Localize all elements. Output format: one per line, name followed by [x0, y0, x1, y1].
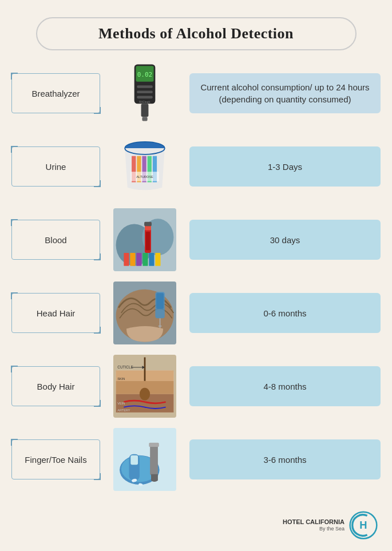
svg-rect-25: [124, 253, 129, 266]
svg-text:ALTUROSE: ALTUROSE: [136, 175, 153, 179]
bodyhair-detail-box: 4-8 months: [189, 366, 381, 406]
headhair-detail-box: 0-6 months: [189, 293, 381, 333]
svg-rect-26: [130, 253, 135, 266]
urine-detail-box: 1-3 Days: [189, 146, 381, 187]
breathalyzer-image-box: 0.02 BACtrack: [110, 62, 179, 125]
blood-image-box: [110, 208, 179, 271]
breathalyzer-label: Breathalyzer: [31, 89, 80, 98]
blood-detail-box: 30 days: [189, 220, 381, 260]
svg-rect-5: [137, 96, 153, 99]
svg-text:H: H: [359, 519, 367, 531]
method-row-urine: Urine ALTUROSE 1-3 Days: [11, 135, 381, 198]
svg-rect-54: [130, 455, 138, 465]
blood-icon: [110, 208, 179, 271]
svg-rect-55: [150, 444, 158, 475]
method-row-headhair: Head Hair 0-6 months: [11, 282, 381, 344]
bodyhair-label: Body Hair: [37, 382, 75, 391]
headhair-icon: [110, 282, 179, 344]
svg-text:SKIN: SKIN: [117, 377, 125, 380]
svg-text:ARTERY: ARTERY: [117, 409, 130, 412]
svg-rect-56: [149, 443, 159, 447]
svg-text:CUTICLE: CUTICLE: [117, 365, 133, 369]
nails-image-box: [110, 428, 179, 491]
logo-icon: H: [349, 511, 378, 540]
method-row-nails: Finger/Toe Nails 3-6 mont: [11, 428, 381, 491]
urine-detail-text: 1-3 Days: [268, 161, 302, 173]
blood-detail-text: 30 days: [270, 234, 300, 246]
method-row-bodyhair: Body Hair CUTICLE SKIN VEIN: [11, 355, 381, 418]
bodyhair-icon: CUTICLE SKIN VEIN ARTERY: [110, 355, 179, 418]
svg-rect-4: [137, 90, 153, 93]
headhair-image-box: [110, 282, 179, 344]
svg-point-43: [140, 388, 150, 401]
svg-rect-24: [144, 222, 152, 226]
logo-sub-text: By the Sea: [283, 526, 345, 533]
svg-rect-23: [146, 232, 150, 250]
svg-rect-6: [141, 104, 149, 117]
nails-detail-text: 3-6 months: [263, 454, 306, 466]
headhair-label-box: Head Hair: [11, 293, 100, 333]
method-row-breathalyzer: Breathalyzer 0.02 BACtrack Current alcoh…: [11, 62, 381, 125]
bodyhair-detail-text: 4-8 months: [263, 380, 306, 393]
nails-label: Finger/Toe Nails: [25, 455, 86, 465]
svg-text:VEIN: VEIN: [117, 402, 125, 405]
nails-icon: [110, 428, 179, 491]
svg-rect-7: [142, 117, 147, 121]
svg-text:BACtrack: BACtrack: [139, 101, 151, 104]
urine-image-box: ALTUROSE: [110, 135, 179, 198]
bodyhair-label-box: Body Hair: [11, 366, 100, 406]
title-box: Methods of Alcohol Detection: [36, 17, 357, 50]
breathalyzer-detail-text: Current alcohol consumption/ up to 24 ho…: [198, 81, 372, 105]
urine-icon: ALTUROSE: [113, 135, 176, 198]
page-container: Methods of Alcohol Detection Breathalyze…: [0, 0, 392, 551]
breathalyzer-label-box: Breathalyzer: [11, 73, 100, 113]
nails-detail-box: 3-6 months: [189, 439, 381, 479]
headhair-detail-text: 0-6 months: [263, 307, 306, 319]
logo-text: HOTEL CALIFORNIA By the Sea: [283, 518, 345, 533]
svg-rect-27: [136, 253, 141, 266]
headhair-label: Head Hair: [37, 308, 76, 318]
page-title: Methods of Alcohol Detection: [54, 25, 338, 42]
svg-rect-3: [137, 85, 153, 88]
nails-label-box: Finger/Toe Nails: [11, 439, 100, 479]
svg-rect-29: [149, 253, 154, 266]
logo-area: HOTEL CALIFORNIA By the Sea H: [283, 511, 378, 540]
blood-label: Blood: [45, 235, 66, 245]
bodyhair-image-box: CUTICLE SKIN VEIN ARTERY: [110, 355, 179, 418]
blood-label-box: Blood: [11, 220, 100, 260]
svg-rect-30: [155, 253, 160, 266]
breathalyzer-icon: 0.02 BACtrack: [116, 62, 173, 125]
svg-rect-34: [156, 293, 164, 309]
logo-main-text: HOTEL CALIFORNIA: [283, 518, 345, 526]
breathalyzer-detail-box: Current alcohol consumption/ up to 24 ho…: [189, 73, 381, 113]
urine-label-box: Urine: [11, 146, 100, 187]
svg-rect-28: [142, 253, 148, 266]
urine-label: Urine: [46, 162, 66, 172]
svg-text:0.02: 0.02: [137, 71, 153, 78]
method-row-blood: Blood: [11, 208, 381, 271]
